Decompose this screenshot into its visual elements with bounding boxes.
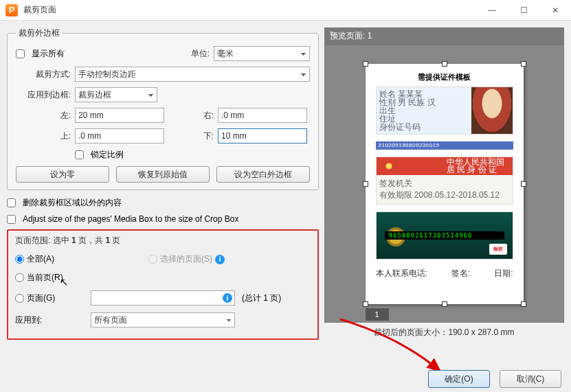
- preview-page: 需提供证件模板 姓名 某某某性别 男 民族 汉出生住址身份证号码 2102051…: [366, 64, 524, 304]
- info-icon: i: [223, 293, 232, 303]
- crop-handle-icon[interactable]: [363, 61, 368, 67]
- range-current-label: 当前页(R): [27, 272, 63, 284]
- unit-select[interactable]: 毫米: [214, 46, 310, 61]
- range-pages-input[interactable]: [91, 290, 235, 305]
- range-pages-label: 页面(G): [27, 292, 55, 304]
- preview-id-card-front: 姓名 某某某性别 男 民族 汉出生住址身份证号码: [376, 87, 513, 135]
- page-number-badge: 1: [366, 308, 389, 321]
- page-range-group: 页面范围: 选中 1 页，共 1 页 全部(A) 选择的页面(S)i 当前页(R…: [7, 229, 319, 340]
- range-pages-radio[interactable]: [15, 294, 24, 303]
- bottom-label: 下:: [193, 130, 214, 142]
- right-input[interactable]: [218, 108, 307, 123]
- apply-border-select[interactable]: 裁剪边框: [75, 87, 157, 102]
- unionpay-icon: 银联: [489, 244, 507, 255]
- range-all-label: 全部(A): [27, 253, 54, 265]
- doc-title: 需提供证件模板: [418, 72, 471, 82]
- crop-margins-legend: 裁剪外边框: [16, 27, 63, 39]
- range-selected-label: 选择的页面(S): [160, 253, 212, 265]
- show-all-label: 显示所有: [32, 48, 187, 60]
- delete-outside-checkbox[interactable]: [7, 198, 16, 207]
- unit-label: 单位:: [191, 48, 210, 60]
- crop-handle-icon[interactable]: [363, 181, 368, 187]
- crop-handle-icon[interactable]: [442, 61, 447, 67]
- crop-handle-icon[interactable]: [521, 301, 526, 307]
- lock-ratio-checkbox[interactable]: [75, 150, 84, 159]
- crop-size-label: 裁切后的页面大小：190.0 x 287.0 mm: [324, 323, 564, 340]
- range-selected-radio: [148, 255, 157, 264]
- set-blank-button[interactable]: 设为空白外边框: [216, 166, 310, 183]
- preview-barcode: 210205196809236015: [376, 141, 513, 150]
- range-all-radio[interactable]: [15, 255, 24, 264]
- crop-handle-icon[interactable]: [442, 301, 447, 307]
- left-input[interactable]: [75, 108, 164, 123]
- preview-header: 预览页面: 1: [324, 27, 564, 45]
- page-range-title: 页面范围: 选中 1 页，共 1 页: [15, 235, 311, 246]
- apply-border-label: 应用到边框:: [16, 89, 71, 101]
- show-all-checkbox[interactable]: [16, 49, 25, 58]
- contact-line: 本人联系电话:签名:日期:: [376, 268, 513, 279]
- range-total-label: (总计 1 页): [242, 292, 281, 304]
- preview-id-card-back: 中华人民共和国居 民 身 份 证 签发机关有效期限 2008.05.12-201…: [376, 157, 513, 205]
- cursor-icon: ↖: [60, 276, 69, 288]
- apply-to-select[interactable]: 所有页面: [91, 312, 235, 327]
- dialog-footer: 确定(O) 取消(C): [428, 370, 561, 388]
- right-label: 右:: [193, 110, 214, 122]
- adjust-mediabox-checkbox[interactable]: [7, 215, 16, 224]
- portrait-icon: [471, 87, 513, 134]
- set-zero-button[interactable]: 设为零: [16, 166, 109, 183]
- emblem-icon: [382, 159, 396, 173]
- card-number: 9650892617303514966: [385, 231, 504, 240]
- crop-method-label: 裁剪方式:: [16, 69, 71, 80]
- ok-button[interactable]: 确定(O): [428, 370, 490, 388]
- crop-handle-icon[interactable]: [521, 61, 526, 67]
- titlebar: P 裁剪页面 — ☐ ✕: [0, 0, 571, 21]
- preview-bank-card: 9650892617303514966 银联: [376, 211, 513, 260]
- crop-method-select[interactable]: 手动控制页边距: [75, 67, 310, 82]
- cancel-button[interactable]: 取消(C): [500, 370, 561, 388]
- reset-button[interactable]: 恢复到原始值: [116, 166, 210, 183]
- close-button[interactable]: ✕: [539, 0, 571, 21]
- adjust-mediabox-label: Adjust size of the pages' Media Box to t…: [23, 214, 238, 224]
- minimize-button[interactable]: —: [476, 0, 508, 21]
- apply-to-label: 应用到:: [15, 314, 88, 326]
- window-title: 裁剪页面: [23, 4, 476, 16]
- crop-handle-icon[interactable]: [363, 301, 368, 307]
- bottom-input[interactable]: [218, 128, 307, 143]
- crop-margins-group: 裁剪外边框 显示所有 单位: 毫米 裁剪方式: 手动控制页边距 应用到边框: 裁…: [7, 27, 319, 190]
- preview-body: 需提供证件模板 姓名 某某某性别 男 民族 汉出生住址身份证号码 2102051…: [324, 45, 564, 323]
- crop-handle-icon[interactable]: [521, 181, 526, 187]
- maximize-button[interactable]: ☐: [508, 0, 539, 21]
- range-current-radio[interactable]: [15, 273, 24, 282]
- info-icon: i: [215, 255, 225, 264]
- app-logo-icon: P: [5, 4, 18, 16]
- delete-outside-label: 删除裁剪框区域以外的内容: [23, 197, 122, 209]
- left-label: 左:: [50, 110, 71, 122]
- top-input[interactable]: [75, 128, 164, 143]
- top-label: 上:: [50, 130, 71, 142]
- lock-ratio-label: 锁定比例: [91, 149, 124, 161]
